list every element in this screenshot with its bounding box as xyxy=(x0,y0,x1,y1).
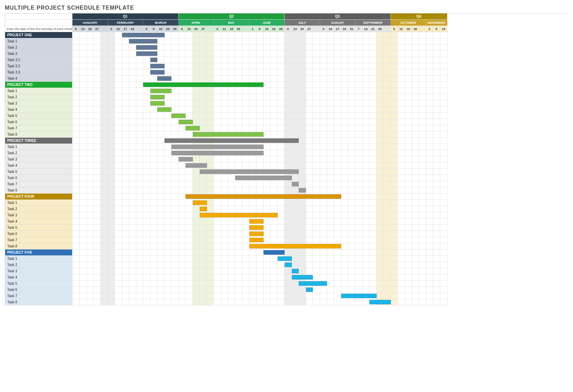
gantt-bar xyxy=(264,250,285,255)
month-header: OCTOBER xyxy=(391,20,426,26)
week-header: 13 xyxy=(292,26,299,32)
task-row xyxy=(72,88,447,94)
gantt-bar xyxy=(249,225,264,230)
week-header: 31 xyxy=(348,26,356,32)
task-row xyxy=(72,274,447,281)
week-header: 9 xyxy=(433,26,441,32)
task-label: Task 8 xyxy=(5,299,72,305)
task-row xyxy=(72,231,447,237)
task-label: Task 7 xyxy=(5,125,72,131)
task-label: Task 7 xyxy=(5,293,72,299)
gantt-bar xyxy=(150,95,165,99)
task-label: Task 4 xyxy=(5,274,72,281)
task-label: Task 3.1 xyxy=(5,57,72,63)
week-header: 7 xyxy=(355,26,363,32)
task-label: Task 1 xyxy=(5,144,72,150)
task-label: Task 4 xyxy=(5,107,72,113)
task-row xyxy=(72,63,447,69)
month-header: NOVEMBER xyxy=(426,20,447,26)
task-label: Task 1 xyxy=(5,88,72,94)
task-row xyxy=(72,150,447,156)
task-row xyxy=(72,69,447,76)
task-row xyxy=(72,131,447,138)
quarter-header: Q1 xyxy=(72,13,179,20)
gantt-bar xyxy=(193,132,264,137)
task-label: Task 3 xyxy=(5,212,72,218)
task-label: Task 3 xyxy=(5,268,72,274)
gantt-bar xyxy=(150,101,165,106)
week-header: 2 xyxy=(143,26,150,32)
page-title: MULTIPLE PROJECT SCHEDULE TEMPLATE xyxy=(5,5,568,11)
task-row xyxy=(72,169,447,175)
week-header: 20 xyxy=(193,26,200,32)
task-label: Task 8 xyxy=(5,187,72,194)
week-header: 2 xyxy=(426,26,433,32)
project-header: PROJECT TWO xyxy=(5,82,72,88)
gantt-bar xyxy=(171,151,264,155)
month-header: APRIL xyxy=(179,20,214,26)
task-row xyxy=(72,299,447,305)
task-row xyxy=(72,206,447,212)
week-header: 27 xyxy=(94,26,101,32)
week-header: 19 xyxy=(405,26,412,32)
week-header: 13 xyxy=(186,26,193,32)
project-row xyxy=(72,138,447,144)
week-header: 1 xyxy=(249,26,257,32)
date-hint-label: Enter the date of the first Monday of ea… xyxy=(5,26,72,32)
gantt-bar xyxy=(136,51,158,56)
gantt-bar xyxy=(369,300,391,304)
task-row xyxy=(72,156,447,163)
task-row xyxy=(72,200,447,206)
gantt-bar xyxy=(186,194,341,199)
task-row xyxy=(72,57,447,63)
project-header: PROJECT FOUR xyxy=(5,194,72,200)
gantt-bar xyxy=(150,89,172,93)
month-header: JUNE xyxy=(249,20,285,26)
corner-blank xyxy=(5,13,72,20)
gantt-bar xyxy=(292,269,299,273)
week-header: 6 xyxy=(179,26,186,32)
week-header: 29 xyxy=(278,26,285,32)
month-header: SEPTEMBER xyxy=(355,20,391,26)
task-label: Task 2 xyxy=(5,262,72,268)
task-row xyxy=(72,119,447,125)
week-header xyxy=(384,26,391,32)
week-header: 30 xyxy=(171,26,179,32)
task-row xyxy=(72,187,447,194)
week-header: 3 xyxy=(108,26,115,32)
week-header: 27 xyxy=(306,26,313,32)
week-header xyxy=(207,26,214,32)
week-header: 24 xyxy=(341,26,348,32)
week-header: 22 xyxy=(270,26,278,32)
week-header xyxy=(419,26,426,32)
gantt-bar xyxy=(179,157,193,161)
week-header: 23 xyxy=(165,26,172,32)
week-header: 5 xyxy=(391,26,398,32)
task-label: Task 6 xyxy=(5,231,72,237)
gantt-sheet: Q1Q2Q3Q4JANUARYFEBRUARYMARCHAPRILMAYJUNE… xyxy=(5,13,568,305)
gantt-bar xyxy=(278,256,292,261)
gantt-bar xyxy=(200,207,207,211)
task-row xyxy=(72,38,447,45)
week-header: 20 xyxy=(299,26,306,32)
month-header: JANUARY xyxy=(72,20,108,26)
task-row xyxy=(72,281,447,287)
project-header: PROJECT THREE xyxy=(5,138,72,144)
week-header: 14 xyxy=(363,26,370,32)
task-label: Task 5 xyxy=(5,113,72,119)
task-row xyxy=(72,225,447,231)
task-row xyxy=(72,76,447,82)
week-header: 16 xyxy=(157,26,165,32)
week-header xyxy=(313,26,320,32)
task-label: Task 5 xyxy=(5,225,72,231)
week-header: 20 xyxy=(87,26,94,32)
week-header: 17 xyxy=(334,26,342,32)
week-header xyxy=(242,26,249,32)
task-label: Task 6 xyxy=(5,175,72,181)
task-label: Task 3.3 xyxy=(5,69,72,76)
task-row xyxy=(72,237,447,243)
gantt-bar xyxy=(136,45,158,50)
week-header: 11 xyxy=(221,26,228,32)
gantt-bar xyxy=(129,39,157,43)
task-label: Task 6 xyxy=(5,119,72,125)
